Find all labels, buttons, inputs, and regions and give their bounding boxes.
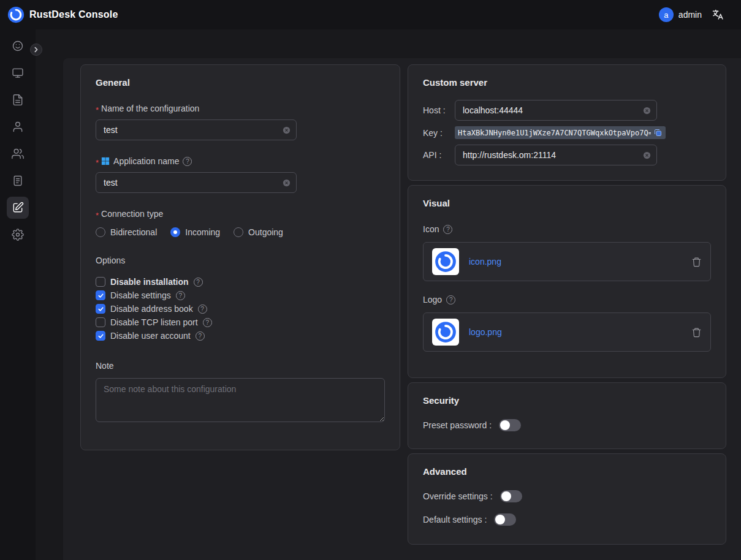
option-disable-user-account[interactable]: Disable user account ? bbox=[96, 329, 385, 342]
sidebar-item-configurations[interactable] bbox=[7, 197, 29, 219]
clear-icon[interactable] bbox=[282, 178, 291, 187]
radio-circle[interactable] bbox=[234, 227, 243, 237]
options-label: Options bbox=[96, 255, 385, 265]
api-input-wrap bbox=[455, 145, 657, 165]
help-icon[interactable]: ? bbox=[443, 225, 452, 234]
right-column: Custom server Host : Key : bbox=[408, 64, 726, 560]
name-field: * Name of the configuration bbox=[96, 104, 385, 140]
help-icon[interactable]: ? bbox=[446, 295, 455, 305]
sidebar-item-devices[interactable] bbox=[7, 62, 29, 84]
trash-icon[interactable] bbox=[691, 257, 702, 267]
checkbox[interactable] bbox=[96, 331, 105, 341]
option-disable-installation[interactable]: Disable installation ? bbox=[96, 275, 385, 289]
name-field-label: * Name of the configuration bbox=[96, 104, 385, 113]
app-title: RustDesk Console bbox=[29, 9, 118, 20]
checkbox[interactable] bbox=[96, 317, 105, 327]
option-disable-settings[interactable]: Disable settings ? bbox=[96, 289, 385, 302]
help-icon[interactable]: ? bbox=[183, 157, 192, 166]
user-name: admin bbox=[678, 10, 702, 20]
help-icon[interactable]: ? bbox=[196, 331, 205, 341]
app-shell: General * Name of the configuration bbox=[0, 29, 741, 560]
key-value[interactable]: HtaXBkJNHyn0e1U1jWXze7A7CN7QTGWqxkOtpaVp… bbox=[455, 126, 666, 139]
help-icon[interactable]: ? bbox=[198, 305, 207, 314]
sidebar-item-settings[interactable] bbox=[7, 224, 29, 246]
radio-bidirectional[interactable]: Bidirectional bbox=[96, 227, 157, 237]
app-name-input[interactable] bbox=[96, 172, 297, 193]
avatar: a bbox=[659, 7, 674, 22]
clear-icon[interactable] bbox=[282, 126, 291, 135]
checkbox-label: Disable address book bbox=[110, 304, 193, 314]
security-card: Security Preset password : bbox=[408, 382, 726, 449]
icon-file-link[interactable]: icon.png bbox=[469, 257, 501, 267]
custom-server-card: Custom server Host : Key : bbox=[408, 64, 726, 181]
user-menu[interactable]: a admin bbox=[659, 7, 702, 22]
checkbox[interactable] bbox=[96, 277, 105, 287]
checkbox[interactable] bbox=[96, 290, 105, 300]
radio-label: Bidirectional bbox=[110, 227, 157, 237]
api-input[interactable] bbox=[455, 145, 657, 165]
topbar-right: a admin bbox=[659, 7, 724, 22]
logo-preview bbox=[432, 319, 459, 346]
key-row: Key : HtaXBkJNHyn0e1U1jWXze7A7CN7QTGWqxk… bbox=[423, 126, 711, 139]
host-input-wrap bbox=[455, 100, 657, 121]
monitor-icon bbox=[12, 67, 24, 79]
help-icon[interactable]: ? bbox=[203, 318, 212, 327]
checkbox[interactable] bbox=[96, 304, 105, 314]
sidebar-expand-button[interactable] bbox=[30, 44, 42, 56]
radio-label: Incoming bbox=[185, 227, 220, 237]
gear-icon bbox=[12, 229, 24, 241]
host-row: Host : bbox=[423, 100, 711, 121]
visual-card: Visual Icon ? icon.png bbox=[408, 185, 726, 378]
radio-outgoing[interactable]: Outgoing bbox=[234, 227, 283, 237]
clear-icon[interactable] bbox=[642, 151, 652, 160]
sidebar-item-overview[interactable] bbox=[7, 35, 29, 57]
connection-type-field: * Connection type Bidirectional Incoming bbox=[96, 209, 385, 237]
radio-circle[interactable] bbox=[96, 227, 105, 237]
radio-label: Outgoing bbox=[248, 227, 283, 237]
required-asterisk: * bbox=[96, 158, 99, 167]
key-label: Key : bbox=[423, 128, 455, 138]
custom-server-title: Custom server bbox=[423, 77, 711, 88]
name-label-text: Name of the configuration bbox=[101, 104, 199, 113]
note-textarea[interactable] bbox=[96, 378, 385, 422]
host-input[interactable] bbox=[455, 100, 657, 121]
logo-label: Logo bbox=[423, 295, 442, 305]
logo-file-link[interactable]: logo.png bbox=[469, 327, 502, 337]
option-disable-address-book[interactable]: Disable address book ? bbox=[96, 302, 385, 316]
required-asterisk: * bbox=[96, 105, 99, 115]
default-settings-toggle[interactable] bbox=[494, 513, 516, 526]
topbar: RustDesk Console a admin bbox=[0, 0, 741, 29]
help-icon[interactable]: ? bbox=[176, 291, 185, 300]
preset-password-toggle[interactable] bbox=[499, 419, 521, 431]
sidebar-item-audit[interactable] bbox=[7, 170, 29, 192]
checkbox-label: Disable TCP listen port bbox=[110, 317, 198, 327]
key-text: HtaXBkJNHyn0e1U1jWXze7A7CN7QTGWqxkOtpaVp… bbox=[458, 129, 651, 137]
checkbox-label: Disable settings bbox=[110, 290, 171, 300]
general-title: General bbox=[96, 77, 385, 88]
connection-type-label-text: Connection type bbox=[101, 209, 163, 219]
copy-icon[interactable] bbox=[653, 128, 663, 137]
checkbox-label: Disable user account bbox=[110, 331, 191, 341]
default-settings-row: Default settings : bbox=[423, 513, 711, 526]
clear-icon[interactable] bbox=[642, 106, 652, 115]
override-settings-toggle[interactable] bbox=[500, 490, 522, 502]
logo-upload-box: logo.png bbox=[423, 312, 711, 352]
sidebar-item-groups[interactable] bbox=[7, 143, 29, 165]
connection-type-label: * Connection type bbox=[96, 209, 385, 219]
left-column: General * Name of the configuration bbox=[80, 64, 400, 560]
sidebar-item-documents[interactable] bbox=[7, 89, 29, 111]
advanced-title: Advanced bbox=[423, 466, 711, 477]
preset-password-row: Preset password : bbox=[423, 419, 711, 431]
name-input[interactable] bbox=[96, 119, 297, 140]
sidebar-item-users[interactable] bbox=[7, 116, 29, 138]
icon-upload-box: icon.png bbox=[423, 242, 711, 281]
main-area: General * Name of the configuration bbox=[36, 29, 741, 560]
trash-icon[interactable] bbox=[691, 327, 702, 338]
api-label: API : bbox=[423, 150, 455, 160]
radio-circle[interactable] bbox=[170, 227, 180, 237]
translate-icon[interactable] bbox=[712, 9, 724, 21]
option-disable-tcp-listen-port[interactable]: Disable TCP listen port ? bbox=[96, 316, 385, 329]
radio-incoming[interactable]: Incoming bbox=[170, 227, 220, 237]
help-icon[interactable]: ? bbox=[194, 278, 203, 287]
visual-title: Visual bbox=[423, 198, 711, 208]
